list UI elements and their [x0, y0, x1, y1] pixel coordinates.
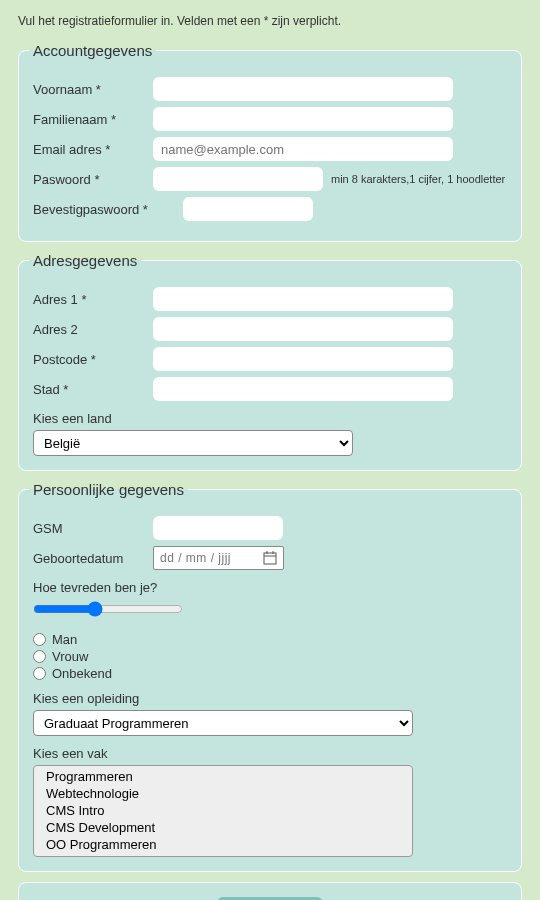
gsm-label: GSM: [33, 521, 153, 536]
vak-select[interactable]: Programmeren Webtechnologie CMS Intro CM…: [33, 765, 413, 857]
postcode-input[interactable]: [153, 347, 453, 371]
stad-label: Stad *: [33, 382, 153, 397]
legend-adres: Adresgegevens: [29, 252, 141, 269]
form-intro: Vul het registratieformulier in. Velden …: [8, 8, 532, 36]
email-label: Email adres *: [33, 142, 153, 157]
svg-rect-0: [264, 553, 276, 564]
bevestig-label: Bevestigpaswoord *: [33, 202, 183, 217]
fieldset-account: Accountgegevens Voornaam * Familienaam *…: [18, 42, 522, 242]
adres2-label: Adres 2: [33, 322, 153, 337]
voornaam-label: Voornaam *: [33, 82, 153, 97]
postcode-label: Postcode *: [33, 352, 153, 367]
land-select[interactable]: België: [33, 430, 353, 456]
opleiding-label: Kies een opleiding: [33, 691, 507, 706]
geslacht-man-radio[interactable]: [33, 633, 46, 646]
tevreden-slider[interactable]: [33, 601, 183, 617]
paswoord-label: Paswoord *: [33, 172, 153, 187]
legend-account: Accountgegevens: [29, 42, 156, 59]
geslacht-group: Man Vrouw Onbekend: [33, 632, 507, 681]
voornaam-input[interactable]: [153, 77, 453, 101]
opleiding-select[interactable]: Graduaat Programmeren: [33, 710, 413, 736]
adres1-input[interactable]: [153, 287, 453, 311]
calendar-icon[interactable]: [263, 551, 277, 565]
geslacht-onbekend-radio[interactable]: [33, 667, 46, 680]
geboortedatum-placeholder: dd / mm / jjjj: [160, 551, 231, 565]
legend-persoonlijk: Persoonlijke gegevens: [29, 481, 188, 498]
vak-label: Kies een vak: [33, 746, 507, 761]
adres1-label: Adres 1 *: [33, 292, 153, 307]
geboortedatum-input[interactable]: dd / mm / jjjj: [153, 546, 284, 570]
tevreden-label: Hoe tevreden ben je?: [33, 580, 507, 595]
geslacht-onbekend-label: Onbekend: [52, 666, 112, 681]
geslacht-man-label: Man: [52, 632, 77, 647]
gsm-input[interactable]: [153, 516, 283, 540]
stad-input[interactable]: [153, 377, 453, 401]
geboortedatum-label: Geboortedatum: [33, 551, 153, 566]
vak-option[interactable]: CMS Intro: [40, 802, 406, 819]
submit-section: Verzenden: [18, 882, 522, 900]
vak-option[interactable]: CMS Development: [40, 819, 406, 836]
familienaam-label: Familienaam *: [33, 112, 153, 127]
fieldset-adres: Adresgegevens Adres 1 * Adres 2 Postcode…: [18, 252, 522, 471]
geslacht-vrouw-label: Vrouw: [52, 649, 88, 664]
vak-option[interactable]: OO Programmeren: [40, 836, 406, 853]
vak-option[interactable]: Webtechnologie: [40, 785, 406, 802]
land-label: Kies een land: [33, 411, 507, 426]
familienaam-input[interactable]: [153, 107, 453, 131]
bevestig-input[interactable]: [183, 197, 313, 221]
fieldset-persoonlijk: Persoonlijke gegevens GSM Geboortedatum …: [18, 481, 522, 872]
adres2-input[interactable]: [153, 317, 453, 341]
vak-option[interactable]: Programmeren: [40, 768, 406, 785]
geslacht-vrouw-radio[interactable]: [33, 650, 46, 663]
paswoord-hint: min 8 karakters,1 cijfer, 1 hoodletter: [331, 173, 505, 185]
paswoord-input[interactable]: [153, 167, 323, 191]
email-input[interactable]: [153, 137, 453, 161]
